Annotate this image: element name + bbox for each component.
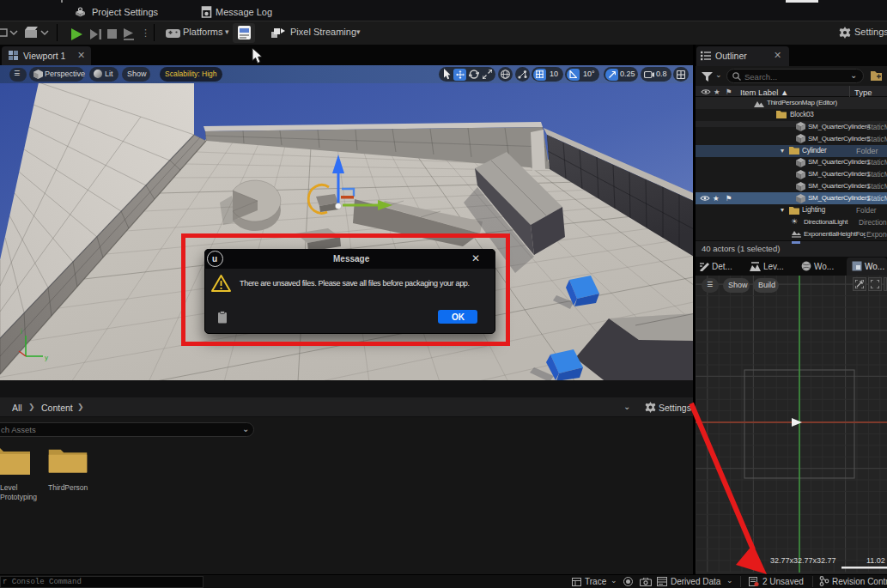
svg-text:y: y bbox=[45, 354, 48, 361]
